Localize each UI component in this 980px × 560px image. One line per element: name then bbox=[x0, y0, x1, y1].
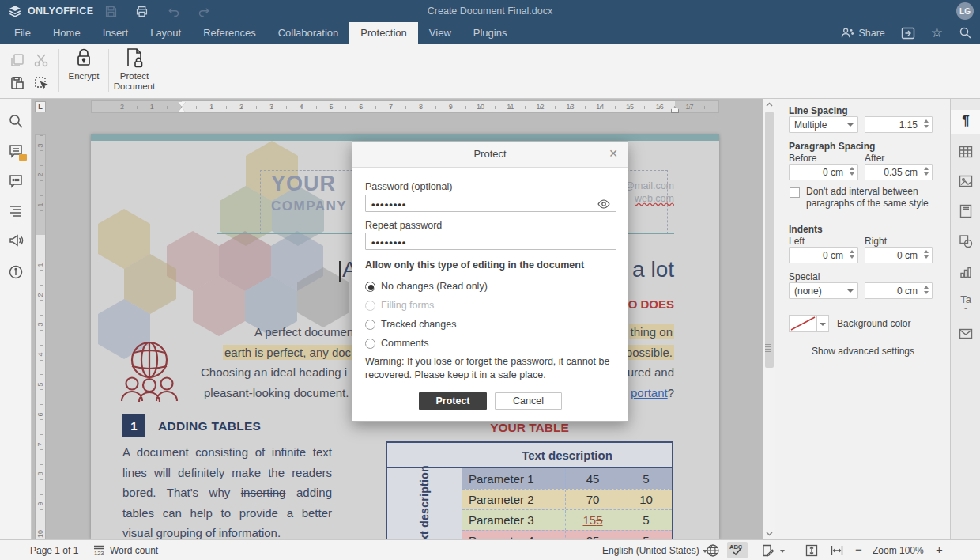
paragraph-settings-icon[interactable]: ¶ bbox=[958, 113, 974, 129]
search-icon[interactable] bbox=[8, 113, 24, 129]
about-icon[interactable] bbox=[8, 264, 24, 280]
radio-button[interactable] bbox=[365, 282, 375, 292]
mail-merge-icon[interactable] bbox=[958, 326, 974, 342]
fit-width-icon[interactable] bbox=[830, 543, 844, 558]
radio-option-filling-forms[interactable]: Filling forms bbox=[365, 299, 434, 312]
h-ruler-number: 9 bbox=[449, 103, 453, 111]
header-footer-settings-icon[interactable] bbox=[958, 203, 974, 219]
cut-icon[interactable] bbox=[33, 52, 49, 68]
chart-settings-icon[interactable] bbox=[958, 264, 974, 280]
vertical-scrollbar[interactable] bbox=[763, 99, 775, 539]
word-count-button[interactable]: Word count bbox=[110, 545, 158, 556]
protect-confirm-button[interactable]: Protect bbox=[419, 392, 487, 410]
background-color-swatch[interactable] bbox=[789, 315, 817, 332]
body-line-highlighted: thing on bbox=[629, 324, 674, 339]
scrollbar-thumb[interactable] bbox=[765, 112, 774, 368]
cancel-button[interactable]: Cancel bbox=[495, 392, 562, 410]
zoom-in-button[interactable]: + bbox=[936, 543, 943, 556]
tab-file[interactable]: File bbox=[3, 22, 42, 44]
line-spacing-amount[interactable]: 1.15 bbox=[865, 116, 933, 133]
table-cell-name: Parameter 1 bbox=[462, 468, 565, 489]
radio-button[interactable] bbox=[365, 320, 375, 330]
radio-option-no-changes-read-only-[interactable]: No changes (Read only) bbox=[365, 280, 488, 293]
tab-insert[interactable]: Insert bbox=[92, 22, 140, 44]
horizontal-ruler[interactable]: 211234567891011121314151617 bbox=[91, 100, 719, 113]
repeat-password-input[interactable]: •••••••• bbox=[365, 233, 616, 250]
zoom-out-button[interactable]: − bbox=[855, 543, 862, 556]
advanced-settings-link[interactable]: Show advanced settings bbox=[775, 346, 951, 357]
first-line-indent-marker[interactable] bbox=[178, 102, 186, 107]
indent-right-spinner[interactable]: 0 cm bbox=[865, 247, 933, 263]
protect-document-button[interactable]: ProtectDocument bbox=[112, 47, 156, 96]
comments-icon[interactable] bbox=[8, 143, 24, 159]
table-caption: YOUR TABLE bbox=[386, 421, 673, 435]
open-file-location-icon[interactable] bbox=[901, 27, 915, 40]
tab-collaboration[interactable]: Collaboration bbox=[267, 22, 350, 44]
repeat-password-value: •••••••• bbox=[371, 236, 406, 248]
radio-option-tracked-changes[interactable]: Tracked changes bbox=[365, 318, 456, 331]
scroll-up-icon[interactable] bbox=[765, 100, 774, 109]
spell-check-toggle[interactable]: ABC bbox=[727, 542, 748, 558]
v-ruler-number: 8 bbox=[36, 472, 44, 476]
fit-page-icon[interactable] bbox=[805, 543, 819, 558]
copy-icon[interactable] bbox=[9, 52, 25, 68]
password-input[interactable]: •••••••• bbox=[365, 195, 616, 212]
h-ruler-number: 12 bbox=[537, 103, 545, 111]
tab-home[interactable]: Home bbox=[42, 22, 92, 44]
language-selector[interactable]: English (United States) bbox=[602, 545, 707, 556]
table-settings-icon[interactable] bbox=[958, 144, 974, 160]
dialog-header[interactable]: Protect ✕ bbox=[352, 142, 628, 168]
hanging-indent-marker[interactable] bbox=[178, 108, 186, 112]
v-ruler-number: 9 bbox=[36, 502, 44, 506]
avatar[interactable]: LG bbox=[956, 2, 974, 20]
chat-icon[interactable] bbox=[8, 173, 24, 189]
encrypt-button[interactable]: Encrypt bbox=[62, 47, 106, 96]
dialog-close-icon[interactable]: ✕ bbox=[609, 147, 618, 160]
indent-left-spinner[interactable]: 0 cm bbox=[789, 247, 858, 263]
shape-settings-icon[interactable] bbox=[958, 233, 974, 249]
share-button[interactable]: Share bbox=[841, 27, 884, 39]
zoom-level[interactable]: Zoom 100% bbox=[873, 545, 924, 556]
table-cell-value2: 5 bbox=[620, 510, 672, 530]
hyperlink-fragment[interactable]: portant bbox=[631, 386, 668, 399]
vertical-ruler[interactable]: 32112345678910 bbox=[35, 134, 46, 539]
tab-stop-selector[interactable]: L bbox=[35, 101, 46, 112]
tab-view[interactable]: View bbox=[418, 22, 462, 44]
v-ruler-number: 5 bbox=[36, 382, 44, 386]
tab-layout[interactable]: Layout bbox=[139, 22, 192, 44]
set-language-globe-icon[interactable] bbox=[706, 543, 720, 558]
special-dropdown[interactable]: (none) bbox=[789, 282, 858, 299]
tab-references[interactable]: References bbox=[192, 22, 266, 44]
spacing-before-spinner[interactable]: 0 cm bbox=[789, 164, 858, 180]
text-art-settings-icon[interactable]: Ta⌣ bbox=[958, 294, 974, 310]
page-indicator[interactable]: Page 1 of 1 bbox=[30, 545, 78, 556]
select-all-icon[interactable] bbox=[33, 75, 49, 91]
tab-protection[interactable]: Protection bbox=[349, 22, 418, 44]
radio-label: Filling forms bbox=[381, 300, 434, 311]
scroll-down-icon[interactable] bbox=[765, 529, 774, 538]
show-password-eye-icon[interactable] bbox=[597, 199, 610, 209]
background-color-dropdown[interactable] bbox=[816, 315, 829, 332]
navigation-icon[interactable] bbox=[8, 202, 24, 218]
radio-button[interactable] bbox=[365, 339, 375, 349]
line-spacing-label: Line Spacing bbox=[789, 105, 848, 116]
search-icon-top[interactable] bbox=[959, 26, 972, 40]
interval-checkbox[interactable] bbox=[790, 187, 800, 198]
image-settings-icon[interactable] bbox=[958, 173, 974, 189]
track-changes-caret[interactable] bbox=[777, 545, 785, 556]
line-spacing-dropdown[interactable]: Multiple bbox=[789, 116, 858, 133]
scrollbar-grip[interactable] bbox=[765, 344, 771, 352]
favorite-star-icon[interactable]: ☆ bbox=[931, 25, 943, 41]
h-ruler-number: 7 bbox=[389, 103, 393, 111]
v-ruler-number: 4 bbox=[36, 353, 44, 357]
spacing-after-spinner[interactable]: 0.35 cm bbox=[865, 164, 933, 180]
tab-plugins[interactable]: Plugins bbox=[462, 22, 518, 44]
v-ruler-number: 2 bbox=[36, 293, 44, 297]
radio-button[interactable] bbox=[365, 301, 375, 311]
special-amount-spinner[interactable]: 0 cm bbox=[865, 282, 933, 299]
feedback-icon[interactable] bbox=[8, 233, 24, 248]
radio-option-comments[interactable]: Comments bbox=[365, 337, 428, 350]
document-table[interactable]: Text description Text description Parame… bbox=[386, 441, 673, 539]
track-changes-icon[interactable] bbox=[761, 543, 775, 558]
paste-icon[interactable] bbox=[9, 75, 25, 91]
